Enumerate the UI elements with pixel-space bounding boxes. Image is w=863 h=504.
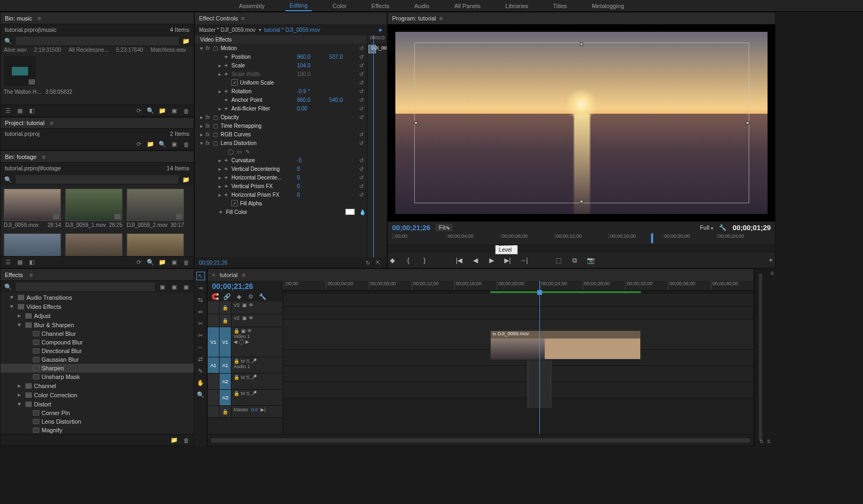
fx-item-gaussian-blur[interactable]: Gaussian Blur: [1, 355, 194, 364]
ec-play-icon[interactable]: ▶: [379, 27, 382, 32]
new-item-icon[interactable]: ▣: [170, 140, 179, 149]
new-bin-icon[interactable]: 📁: [170, 436, 179, 445]
program-ruler-tick[interactable]: ;00;00: [392, 233, 446, 239]
icon-view-icon[interactable]: ▦: [16, 258, 24, 267]
timeline-ruler-tick[interactable]: 00;00;40;00: [711, 281, 754, 289]
fx-item-directional-blur[interactable]: Directional Blur: [1, 347, 194, 355]
footage-thumb[interactable]: DJI_0059_1.mov28:25: [65, 189, 122, 229]
timeline-clip[interactable]: fx DJI_0059.mov: [490, 330, 641, 360]
timeline-ruler-tick[interactable]: 00;00;16;00: [454, 281, 497, 289]
bin-music-search[interactable]: [16, 37, 179, 45]
ec-fill-color[interactable]: ✦Fill Color💧: [195, 208, 367, 216]
program-timecode[interactable]: 00;00;21;26: [392, 224, 430, 232]
ec-effect-opacity[interactable]: ▸fx▢Opacity↺: [195, 113, 367, 121]
ec-prop-horizontal-prism-fx[interactable]: ▸✦Horizontal Prism FX0↺: [195, 190, 367, 199]
ec-effect-rgb-curves[interactable]: ▸fx▢RGB Curves↺: [195, 130, 367, 139]
fx-folder-video-effects[interactable]: ▾ Video Effects: [1, 302, 194, 311]
timeline-ruler-tick[interactable]: 00;00;32;00: [625, 281, 668, 289]
panel-menu-icon[interactable]: ≡: [42, 154, 45, 160]
step-fwd-icon[interactable]: ▶|: [503, 256, 512, 265]
icon-view-icon[interactable]: ▦: [16, 107, 24, 115]
tgt-a1[interactable]: A1: [220, 357, 231, 373]
wrench-icon[interactable]: 🔧: [718, 223, 727, 232]
sort-icon[interactable]: ⟳: [134, 107, 143, 115]
timeline-hscroll[interactable]: [211, 438, 750, 443]
list-view-icon[interactable]: ☰: [4, 107, 12, 115]
footage-thumb[interactable]: [127, 233, 184, 256]
chevron-down-icon[interactable]: ▾: [259, 27, 261, 32]
timeline-ruler-tick[interactable]: 00;00;04;00: [326, 281, 368, 289]
ec-effect-motion[interactable]: ▾fx▢Motion↺: [195, 44, 367, 52]
find-icon[interactable]: 🔍: [146, 107, 155, 115]
program-ruler-tick[interactable]: 00;00;24;00: [717, 233, 771, 239]
fx-item-corner-pin[interactable]: Corner Pin: [1, 409, 194, 417]
fx-item-lens-distortion[interactable]: Lens Distortion: [1, 417, 194, 426]
ec-mini-clip[interactable]: DJI_0059.mov: [368, 45, 376, 53]
footage-thumb[interactable]: [65, 233, 122, 256]
trash-icon[interactable]: 🗑: [182, 107, 190, 115]
ec-loop-icon[interactable]: ↻: [364, 258, 372, 267]
timeline-playhead[interactable]: [539, 281, 540, 434]
timeline-ruler-tick[interactable]: ;00;00: [283, 281, 326, 289]
handle-bottom[interactable]: [580, 200, 583, 203]
program-ruler-tick[interactable]: 00;00;16;00: [608, 233, 662, 239]
timeline-ruler-tick[interactable]: 00;00;12;00: [412, 281, 454, 289]
workspace-tab-all panels[interactable]: All Panels: [450, 1, 485, 11]
ec-prop-scale[interactable]: ▸✦Scale104.0↺: [195, 61, 367, 70]
program-ruler-tick[interactable]: 00;00;08;00: [501, 233, 554, 239]
razor-tool[interactable]: ✂: [196, 331, 205, 340]
track-v2[interactable]: V2: [234, 315, 239, 321]
sequence-tab[interactable]: tutorial: [220, 272, 237, 278]
fx-folder-channel[interactable]: ▸ Channel: [1, 381, 194, 390]
program-scrubbar[interactable]: [388, 245, 775, 253]
panel-menu-icon[interactable]: ≡: [50, 120, 53, 126]
list-view-icon[interactable]: ☰: [4, 258, 12, 267]
fx-item-channel-blur[interactable]: Channel Blur: [1, 329, 194, 338]
panel-menu-icon[interactable]: ≡: [38, 15, 41, 22]
workspace-tab-audio[interactable]: Audio: [410, 1, 434, 11]
rolling-tool[interactable]: ⇔: [196, 307, 205, 316]
selection-tool[interactable]: ↖: [196, 272, 205, 280]
panel-menu-icon[interactable]: ≡: [241, 15, 244, 22]
workspace-tab-metalogging[interactable]: Metalogging: [587, 1, 628, 11]
new-bin-icon[interactable]: 📁: [182, 37, 190, 45]
link-icon[interactable]: 🔗: [223, 292, 231, 301]
fx-item-unsharp-mask[interactable]: Unsharp Mask: [1, 372, 194, 381]
ec-pin-icon[interactable]: ⇱: [374, 258, 382, 267]
ec-prop-anti-flicker-filter[interactable]: ▸✦Anti-flicker Filter0.00↺: [195, 104, 367, 113]
master-value[interactable]: 0.0: [251, 407, 258, 412]
handle-right[interactable]: [746, 121, 749, 125]
ec-prop-rotation[interactable]: ▸✦Rotation-0.9 °↺: [195, 87, 367, 95]
new-bin-icon[interactable]: 📁: [182, 175, 190, 184]
footage-thumb[interactable]: DJI_0059.mov28:14: [4, 189, 61, 229]
slide-tool[interactable]: ⇄: [196, 355, 205, 363]
new-item-icon[interactable]: ▣: [170, 107, 179, 115]
src-patch-v1[interactable]: V1: [208, 327, 220, 357]
timeline-ruler-tick[interactable]: 00;00;24;00: [540, 281, 583, 289]
goto-out-icon[interactable]: →|: [519, 256, 528, 265]
timeline-ruler-tick[interactable]: 00;00;28;00: [583, 281, 625, 289]
ec-sequence-clip[interactable]: tutorial * DJI_0059.mov: [264, 27, 320, 33]
mark-in-icon[interactable]: ◆: [388, 256, 396, 265]
new-bin-btn[interactable]: 📁: [158, 107, 167, 115]
find-icon[interactable]: 🔍: [146, 258, 155, 267]
footage-thumb[interactable]: [4, 233, 61, 256]
tgt-a3[interactable]: A3: [220, 390, 231, 405]
snap-icon[interactable]: 🧲: [211, 292, 220, 301]
workspace-tab-color[interactable]: Color: [328, 1, 351, 11]
track-lock-master[interactable]: 🔒: [220, 406, 231, 417]
ec-effect-lens-distortion[interactable]: ▾fx▢Lens Distortion↺: [195, 139, 367, 147]
slip-tool[interactable]: ↔: [196, 343, 205, 351]
ec-section-header[interactable]: Video Effects: [195, 35, 367, 44]
program-ruler-tick[interactable]: 00;00;04;00: [446, 233, 500, 239]
search-icon[interactable]: 🔍: [4, 175, 12, 184]
ec-prop-anchor-point[interactable]: ✦Anchor Point960.0540.0↺: [195, 95, 367, 104]
handle-left[interactable]: [414, 121, 417, 125]
timeline-timecode[interactable]: 00;00;21;26: [212, 282, 253, 291]
tgt-v1[interactable]: V1: [220, 327, 231, 357]
workspace-tab-libraries[interactable]: Libraries: [501, 1, 532, 11]
fx-folder-blur-sharpen[interactable]: ▾ Blur & Sharpen: [1, 320, 194, 329]
timeline-ruler-tick[interactable]: 00;00;08;00: [369, 281, 412, 289]
program-ruler-tick[interactable]: 00;00;12;00: [554, 233, 608, 239]
ec-check-uniform-scale[interactable]: ✓Uniform Scale↺: [195, 78, 367, 87]
